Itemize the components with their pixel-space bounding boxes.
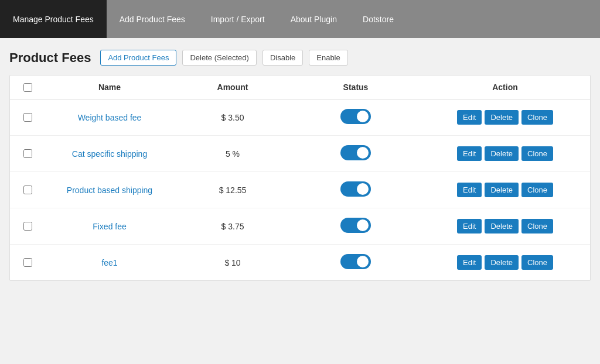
- col-amount: Amount: [174, 75, 291, 99]
- edit-button-1[interactable]: Edit: [457, 110, 482, 125]
- row-name-5[interactable]: fee1: [45, 245, 174, 281]
- status-toggle-4[interactable]: [340, 218, 371, 233]
- table-header-row: Name Amount Status Action: [10, 75, 590, 99]
- row-amount-3: $ 12.55: [174, 172, 291, 208]
- status-toggle-1[interactable]: [340, 109, 371, 124]
- delete-selected-button[interactable]: Delete (Selected): [182, 50, 256, 66]
- fees-table-container: Name Amount Status Action Weight based f…: [9, 75, 591, 281]
- table-row: Fixed fee$ 3.75EditDeleteClone: [10, 208, 590, 245]
- nav-item-add[interactable]: Add Product Fees: [107, 0, 198, 38]
- row-amount-1: $ 3.50: [174, 99, 291, 136]
- row-checkbox-1[interactable]: [23, 113, 32, 122]
- main-content: Product Fees Add Product Fees Delete (Se…: [0, 38, 600, 293]
- row-checkbox-2[interactable]: [23, 149, 32, 158]
- col-action: Action: [420, 75, 590, 99]
- edit-button-2[interactable]: Edit: [457, 146, 482, 161]
- select-all-header: [10, 75, 45, 99]
- edit-button-5[interactable]: Edit: [457, 255, 482, 270]
- edit-button-4[interactable]: Edit: [457, 219, 482, 233]
- add-product-fees-button[interactable]: Add Product Fees: [100, 50, 176, 66]
- table-row: Weight based fee$ 3.50EditDeleteClone: [10, 99, 590, 136]
- row-checkbox-5[interactable]: [23, 258, 32, 267]
- nav-item-import-export[interactable]: Import / Export: [198, 0, 278, 38]
- row-status-2: [291, 136, 420, 172]
- page-header: Product Fees Add Product Fees Delete (Se…: [9, 50, 591, 66]
- row-actions-5: EditDeleteClone: [420, 245, 590, 281]
- delete-button-2[interactable]: Delete: [485, 146, 519, 161]
- col-name: Name: [45, 75, 174, 99]
- fees-table: Name Amount Status Action Weight based f…: [10, 75, 590, 280]
- row-amount-4: $ 3.75: [174, 208, 291, 245]
- nav-item-about[interactable]: About Plugin: [278, 0, 350, 38]
- delete-button-1[interactable]: Delete: [485, 110, 519, 125]
- clone-button-5[interactable]: Clone: [521, 255, 553, 270]
- delete-button-4[interactable]: Delete: [485, 219, 519, 233]
- row-actions-2: EditDeleteClone: [420, 136, 590, 172]
- nav-item-dotstore[interactable]: Dotstore: [350, 0, 407, 38]
- nav-item-manage[interactable]: Manage Product Fees: [0, 0, 107, 38]
- fees-table-body: Weight based fee$ 3.50EditDeleteCloneCat…: [10, 99, 590, 281]
- row-name-1[interactable]: Weight based fee: [45, 99, 174, 136]
- clone-button-3[interactable]: Clone: [521, 183, 553, 197]
- page-title: Product Fees: [9, 50, 91, 66]
- table-row: Cat specific shipping5 %EditDeleteClone: [10, 136, 590, 172]
- select-all-checkbox[interactable]: [23, 83, 32, 92]
- row-status-5: [291, 245, 420, 281]
- top-navigation: Manage Product FeesAdd Product FeesImpor…: [0, 0, 600, 38]
- clone-button-1[interactable]: Clone: [521, 110, 553, 125]
- row-checkbox-3[interactable]: [23, 186, 32, 194]
- col-status: Status: [291, 75, 420, 99]
- row-name-3[interactable]: Product based shipping: [45, 172, 174, 208]
- row-actions-1: EditDeleteClone: [420, 99, 590, 136]
- edit-button-3[interactable]: Edit: [457, 183, 482, 197]
- row-status-4: [291, 208, 420, 245]
- table-row: fee1$ 10EditDeleteClone: [10, 245, 590, 281]
- status-toggle-5[interactable]: [340, 254, 371, 269]
- row-name-2[interactable]: Cat specific shipping: [45, 136, 174, 172]
- disable-button[interactable]: Disable: [262, 50, 303, 66]
- enable-button[interactable]: Enable: [309, 50, 347, 66]
- status-toggle-2[interactable]: [340, 145, 371, 160]
- row-amount-5: $ 10: [174, 245, 291, 281]
- delete-button-3[interactable]: Delete: [485, 183, 519, 197]
- row-actions-4: EditDeleteClone: [420, 208, 590, 245]
- status-toggle-3[interactable]: [340, 181, 371, 197]
- row-amount-2: 5 %: [174, 136, 291, 172]
- row-checkbox-4[interactable]: [23, 222, 32, 231]
- delete-button-5[interactable]: Delete: [485, 255, 519, 270]
- row-status-3: [291, 172, 420, 208]
- clone-button-4[interactable]: Clone: [521, 219, 553, 233]
- row-status-1: [291, 99, 420, 136]
- clone-button-2[interactable]: Clone: [521, 146, 553, 161]
- row-name-4[interactable]: Fixed fee: [45, 208, 174, 245]
- table-row: Product based shipping$ 12.55EditDeleteC…: [10, 172, 590, 208]
- row-actions-3: EditDeleteClone: [420, 172, 590, 208]
